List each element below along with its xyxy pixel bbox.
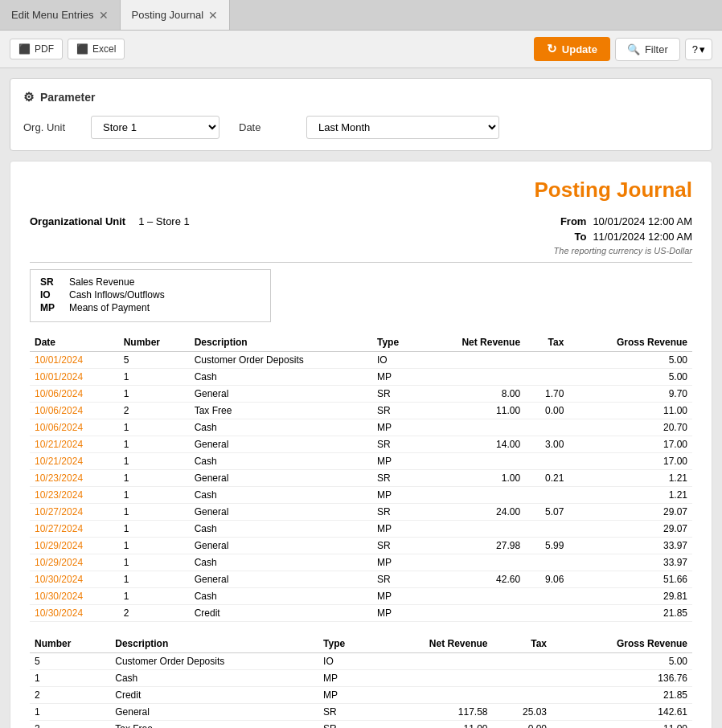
th-gross-revenue: Gross Revenue [568, 333, 692, 352]
parameter-row: Org. Unit Store 1 Date Last Month This M… [23, 116, 699, 139]
scell-gross-revenue: 11.00 [552, 721, 692, 729]
cell-date[interactable]: 10/06/2024 [30, 403, 119, 419]
filter-button[interactable]: 🔍 Filter [615, 38, 680, 61]
sth-tax: Tax [493, 635, 552, 653]
scell-gross-revenue: 136.76 [552, 670, 692, 687]
scell-description: Customer Order Deposits [110, 653, 318, 670]
date-link[interactable]: 10/23/2024 [35, 489, 83, 501]
cell-type: MP [372, 419, 420, 436]
table-row: 10/30/2024 2 Credit MP 21.85 [30, 605, 692, 622]
date-link[interactable]: 10/21/2024 [35, 456, 83, 467]
org-unit-select[interactable]: Store 1 [91, 116, 219, 139]
date-link[interactable]: 10/01/2024 [35, 354, 83, 366]
date-link[interactable]: 10/30/2024 [35, 591, 83, 602]
excel-icon: ⬛ [76, 43, 88, 55]
cell-description: Cash [190, 588, 372, 605]
cell-number: 5 [119, 352, 190, 369]
cell-date[interactable]: 10/21/2024 [30, 436, 119, 453]
date-link[interactable]: 10/01/2024 [35, 371, 83, 382]
cell-type: SR [372, 436, 420, 453]
tab-posting-journal-close[interactable]: ✕ [208, 10, 218, 21]
cell-date[interactable]: 10/27/2024 [30, 504, 119, 521]
cell-description: Cash [190, 554, 372, 571]
pdf-button[interactable]: ⬛ PDF [10, 39, 63, 59]
date-link[interactable]: 10/27/2024 [35, 523, 83, 534]
date-link[interactable]: 10/30/2024 [35, 574, 83, 585]
scell-tax [493, 653, 552, 670]
cell-tax: 0.00 [525, 403, 568, 419]
cell-type: IO [372, 352, 420, 369]
date-link[interactable]: 10/29/2024 [35, 540, 83, 551]
report-meta: Organizational Unit 1 – Store 1 From 10/… [30, 215, 692, 263]
date-link[interactable]: 10/21/2024 [35, 439, 83, 450]
tab-edit-menu-label: Edit Menu Entries [11, 9, 94, 21]
th-tax: Tax [525, 333, 568, 352]
date-link[interactable]: 10/27/2024 [35, 506, 83, 517]
cell-type: SR [372, 386, 420, 403]
cell-date[interactable]: 10/06/2024 [30, 386, 119, 403]
sth-net-revenue: Net Revenue [373, 635, 492, 653]
cell-date[interactable]: 10/01/2024 [30, 369, 119, 386]
cell-date[interactable]: 10/30/2024 [30, 588, 119, 605]
cell-type: MP [372, 487, 420, 504]
cell-net-revenue [420, 352, 525, 369]
to-value: 11/01/2024 12:00 AM [593, 231, 692, 243]
cell-date[interactable]: 10/30/2024 [30, 605, 119, 622]
th-type: Type [372, 333, 420, 352]
scell-net-revenue [373, 670, 492, 687]
cell-date[interactable]: 10/21/2024 [30, 453, 119, 470]
date-link[interactable]: 10/23/2024 [35, 472, 83, 484]
excel-button[interactable]: ⬛ Excel [68, 39, 125, 59]
pdf-label: PDF [35, 43, 54, 55]
cell-gross-revenue: 33.97 [568, 538, 692, 554]
cell-date[interactable]: 10/30/2024 [30, 571, 119, 588]
tab-edit-menu-close[interactable]: ✕ [99, 10, 109, 21]
cell-date[interactable]: 10/29/2024 [30, 554, 119, 571]
scell-gross-revenue: 142.61 [552, 704, 692, 721]
date-link[interactable]: 10/06/2024 [35, 422, 83, 433]
legend-row-io: IO Cash Inflows/Outflows [40, 289, 260, 301]
scell-number: 5 [30, 653, 110, 670]
date-link[interactable]: 10/30/2024 [35, 607, 83, 619]
date-select[interactable]: Last Month This Month Custom [306, 116, 499, 139]
cell-gross-revenue: 5.00 [568, 369, 692, 386]
summary-header-row: Number Description Type Net Revenue Tax … [30, 635, 692, 653]
cell-date[interactable]: 10/01/2024 [30, 352, 119, 369]
cell-date[interactable]: 10/23/2024 [30, 470, 119, 487]
cell-date[interactable]: 10/06/2024 [30, 419, 119, 436]
date-link[interactable]: 10/29/2024 [35, 557, 83, 568]
table-row: 10/06/2024 2 Tax Free SR 11.00 0.00 11.0… [30, 403, 692, 419]
cell-date[interactable]: 10/23/2024 [30, 487, 119, 504]
cell-number: 1 [119, 504, 190, 521]
update-button[interactable]: ↻ Update [534, 37, 610, 61]
cell-description: Customer Order Deposits [190, 352, 372, 369]
date-link[interactable]: 10/06/2024 [35, 388, 83, 399]
cell-description: General [190, 470, 372, 487]
summary-row: 5 Customer Order Deposits IO 5.00 [30, 653, 692, 670]
cell-gross-revenue: 29.81 [568, 588, 692, 605]
cell-date[interactable]: 10/29/2024 [30, 538, 119, 554]
cell-gross-revenue: 1.21 [568, 470, 692, 487]
tab-edit-menu[interactable]: Edit Menu Entries ✕ [0, 0, 121, 30]
help-button[interactable]: ? ▾ [685, 39, 712, 60]
org-unit-meta-label: Organizational Unit [30, 215, 125, 227]
cell-description: Credit [190, 605, 372, 622]
help-label: ? [692, 43, 698, 55]
date-link[interactable]: 10/06/2024 [35, 405, 83, 416]
tab-posting-journal[interactable]: Posting Journal ✕ [121, 0, 231, 30]
to-date-row: To 11/01/2024 12:00 AM [554, 231, 692, 243]
org-unit-meta-value: 1 – Store 1 [138, 215, 190, 227]
scell-type: IO [318, 653, 373, 670]
excel-label: Excel [92, 43, 116, 55]
cell-type: SR [372, 538, 420, 554]
cell-type: SR [372, 571, 420, 588]
th-net-revenue: Net Revenue [420, 333, 525, 352]
cell-date[interactable]: 10/27/2024 [30, 521, 119, 538]
sth-type: Type [318, 635, 373, 653]
summary-table: Number Description Type Net Revenue Tax … [30, 635, 692, 728]
cell-gross-revenue: 51.66 [568, 571, 692, 588]
cell-number: 1 [119, 554, 190, 571]
cell-tax [525, 369, 568, 386]
summary-row: 2 Tax Free SR 11.00 0.00 11.00 [30, 721, 692, 729]
scell-number: 2 [30, 687, 110, 704]
